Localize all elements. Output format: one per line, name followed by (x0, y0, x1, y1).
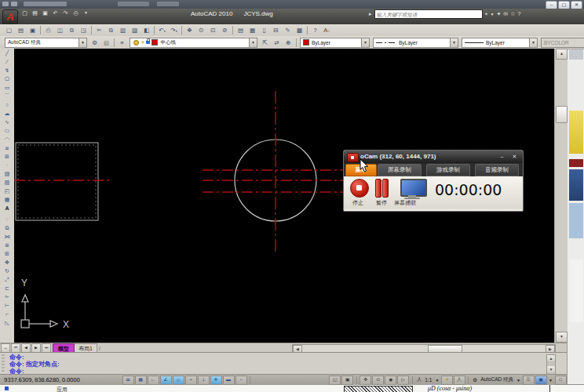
scale-icon[interactable]: ⤢ (1, 275, 13, 284)
stretch-icon[interactable]: ⊏ (1, 284, 13, 292)
tray-monitor-icon[interactable]: ▣ (535, 376, 547, 385)
circle-icon[interactable]: ○ (1, 100, 13, 109)
text-style-icon[interactable]: A✎ (322, 25, 333, 35)
open-icon[interactable]: ▤ (31, 9, 39, 16)
array-icon[interactable]: ⊞ (1, 249, 13, 258)
snap-toggle[interactable]: ⊞ (122, 376, 134, 385)
subscription-icon[interactable]: ✦ (496, 10, 501, 18)
model-space-button[interactable]: ◱ (329, 376, 341, 385)
multiline-text-icon[interactable]: A (1, 204, 13, 212)
ocam-close-button[interactable]: ✕ (509, 153, 520, 161)
save-icon[interactable]: ▣ (41, 9, 49, 16)
vertical-scroll-thumb[interactable] (556, 106, 568, 123)
copy-clip-icon[interactable]: ⧉ (106, 25, 117, 35)
chamfer-icon[interactable]: ◺ (1, 318, 13, 327)
plot-preview-icon[interactable]: ◫ (55, 25, 66, 35)
communication-icon[interactable]: ✉ (503, 10, 508, 18)
properties-palette-icon[interactable]: ▤ (235, 25, 246, 35)
polyline-icon[interactable]: ↯ (1, 66, 13, 74)
rotate-icon[interactable]: ↻ (1, 267, 13, 275)
quickview-layouts-icon[interactable]: ▣ (341, 376, 353, 385)
qp-toggle[interactable]: ▫ (235, 376, 247, 385)
region-icon[interactable]: ◰ (1, 187, 13, 195)
copy-icon[interactable]: ⧉ (1, 223, 13, 232)
toolbar-lock-icon[interactable]: ⚿ (523, 376, 535, 385)
linetype-combo[interactable]: ByLayer ▼ (373, 38, 458, 48)
workspace-switch-label[interactable]: AutoCAD 经典 (480, 376, 513, 383)
zoom-realtime-icon[interactable]: ⊙ (196, 25, 207, 35)
polygon-icon[interactable]: ⬠ (1, 74, 13, 83)
markup-icon[interactable]: ✎ (283, 25, 294, 35)
lineweight-combo[interactable]: ByLayer ▼ (462, 38, 538, 48)
layer-states-icon[interactable]: ⊕ (283, 38, 294, 48)
match-properties-icon[interactable]: ▨ (130, 25, 141, 35)
favorites-star-icon[interactable]: ☆ (510, 10, 515, 18)
cut-icon[interactable]: ✂ (94, 25, 105, 35)
make-block-icon[interactable]: ⊞ (1, 152, 13, 161)
line-icon[interactable]: ╱ (1, 49, 13, 57)
stop-record-icon[interactable] (350, 179, 369, 198)
plot-icon[interactable]: ⎙ (43, 25, 54, 35)
erase-icon[interactable]: ◌ (1, 215, 13, 223)
point-icon[interactable]: · (1, 161, 13, 169)
quickcalc-icon[interactable]: ▩ (294, 25, 305, 35)
layer-on-bulb-icon[interactable] (133, 40, 139, 45)
layer-properties-manager-icon[interactable]: ≡ (117, 38, 128, 48)
chevron-down-icon[interactable]: ▼ (516, 378, 520, 383)
layer-combo[interactable]: ☀ 中心线 ▼ (130, 38, 257, 48)
ocam-tab-game-record[interactable]: 游戏录制 (426, 164, 470, 176)
break-icon[interactable]: ⌐ (1, 310, 13, 318)
ellipse-arc-icon[interactable]: ◠ (1, 135, 13, 143)
qat-dropdown-icon[interactable]: ▼ (82, 9, 90, 16)
gradient-icon[interactable]: ▧ (1, 178, 13, 187)
extend-icon[interactable]: ⊢ (1, 301, 13, 310)
application-menu-button[interactable]: A (2, 9, 18, 25)
annotation-visibility-icon[interactable]: ☀ (441, 376, 453, 385)
scroll-up-icon[interactable]: ▲ (556, 49, 568, 60)
polar-toggle[interactable]: ∠ (160, 376, 172, 385)
sheetset-manager-icon[interactable]: ⊟ (271, 25, 282, 35)
help-icon[interactable]: ? (517, 10, 520, 18)
new-icon[interactable]: ▢ (4, 25, 15, 35)
autoscale-icon[interactable]: 人 (454, 376, 465, 385)
infocenter-collapse-icon[interactable]: ▸ (369, 10, 372, 18)
paste-icon[interactable]: ▥ (118, 25, 129, 35)
redo-icon[interactable]: ↷ (61, 9, 70, 16)
layer-unlock-icon[interactable] (146, 41, 150, 44)
chevron-down-icon[interactable]: ▼ (435, 378, 439, 383)
mirror-icon[interactable]: ⋈ (1, 232, 13, 241)
ducs-toggle[interactable]: ⊥ (198, 376, 210, 385)
open-icon[interactable]: ▤ (16, 25, 27, 35)
help-icon[interactable]: ? (310, 25, 321, 35)
arc-icon[interactable]: ⌒ (1, 92, 13, 100)
ellipse-icon[interactable]: ⬭ (1, 126, 13, 135)
tool-palettes-icon[interactable]: ▯ (259, 25, 270, 35)
showmotion-icon[interactable]: ▷ (397, 376, 409, 385)
chevron-down-icon[interactable]: ▼ (450, 38, 458, 47)
ocam-tab-audio-record[interactable]: 音频录制 (475, 164, 519, 176)
block-editor-icon[interactable]: ◧ (141, 25, 152, 35)
hatch-icon[interactable]: ▨ (1, 169, 13, 178)
layer-previous-icon[interactable]: ⇄ (272, 38, 283, 48)
pause-icon[interactable] (382, 179, 389, 198)
scroll-up-icon[interactable]: ▲ (547, 355, 555, 361)
ortho-toggle[interactable]: ∟ (148, 376, 159, 385)
otrack-toggle[interactable]: ⌁ (185, 376, 197, 385)
layer-thaw-sun-icon[interactable]: ☀ (141, 40, 144, 45)
grid-toggle[interactable]: ▦ (135, 376, 147, 385)
table-icon[interactable]: ▦ (1, 195, 13, 204)
annotation-figure-icon[interactable]: 人 (417, 376, 422, 383)
workspace-combo[interactable]: AutoCAD 经典 ▼ (5, 38, 87, 48)
pan-icon[interactable]: ✥ (184, 25, 195, 35)
command-scrollbar[interactable]: ▲ ▼ (546, 354, 556, 375)
clean-screen-icon[interactable]: □ (555, 376, 567, 385)
command-line-window[interactable]: 命令: 命令: 指定对角点: 命令: ▲ ▼ (0, 352, 567, 375)
chevron-down-icon[interactable]: ▼ (78, 38, 86, 47)
command-window-grip[interactable] (2, 354, 5, 373)
tray-chevron-icon[interactable]: ▼ (549, 378, 553, 383)
ocam-minimize-button[interactable]: – (497, 153, 507, 161)
scroll-down-icon[interactable]: ▼ (547, 366, 555, 372)
steeringwheel-icon[interactable]: ◉ (385, 376, 396, 385)
lwt-toggle[interactable]: ▬ (223, 376, 235, 385)
rectangle-icon[interactable]: ▭ (1, 83, 13, 92)
